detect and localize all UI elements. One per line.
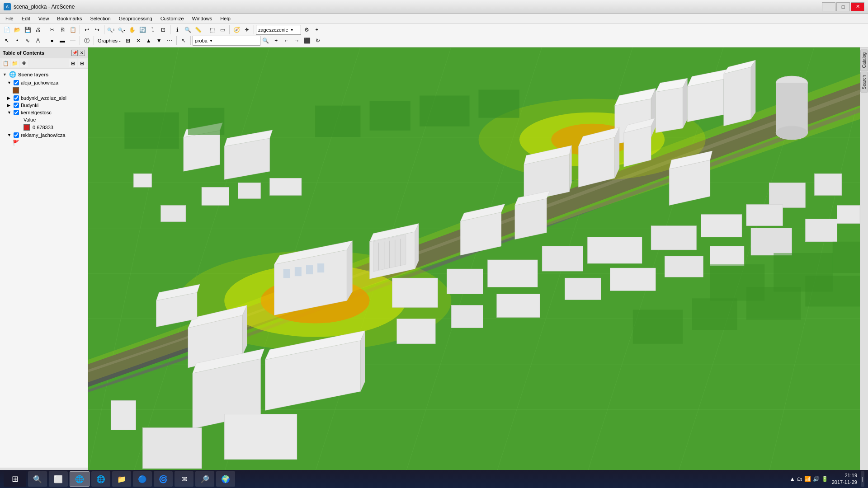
map-area[interactable] xyxy=(88,47,860,471)
tb-cut[interactable]: ✂ xyxy=(47,25,57,35)
tb-undo[interactable]: ↩ xyxy=(82,25,92,35)
layer-budynki-checkbox[interactable] xyxy=(14,103,19,108)
layer-kernelgestosc[interactable]: ▼ kernelgestosc xyxy=(0,109,88,116)
tb-select[interactable]: ⬚ xyxy=(207,25,217,35)
tb-tilt[interactable]: ⤵ xyxy=(148,25,158,35)
layer-budynki-wzdluz-checkbox[interactable] xyxy=(14,95,19,101)
tb-graphics-down[interactable]: ▼ xyxy=(154,36,164,46)
tb-paste[interactable]: 📋 xyxy=(68,25,78,35)
layer-aleja-jachowicza[interactable]: ▼ aleja_jachowicza xyxy=(0,79,88,86)
tb-zoom-in[interactable]: 🔍+ xyxy=(106,25,116,35)
menu-edit[interactable]: Edit xyxy=(18,15,34,22)
tray-arrow-icon[interactable]: ▲ xyxy=(790,476,795,482)
layer-budynki-wzdluz[interactable]: ▶ budynki_wzdluz_alei xyxy=(0,94,88,102)
tb-identify[interactable]: ℹ xyxy=(172,25,182,35)
right-tab-catalog[interactable]: Catalog xyxy=(860,49,868,71)
taskbar-explorer[interactable]: 📁 xyxy=(112,471,131,487)
tb-measure[interactable]: 📏 xyxy=(193,25,203,35)
start-button[interactable]: ⊞ xyxy=(4,471,26,487)
tb-select-by-rect[interactable]: ▭ xyxy=(217,25,227,35)
svg-rect-101 xyxy=(651,226,696,250)
tb-print[interactable]: 🖨 xyxy=(33,25,43,35)
tb-add-data[interactable]: + xyxy=(312,25,322,35)
maximize-button[interactable]: □ xyxy=(836,2,850,11)
menu-file[interactable]: File xyxy=(2,15,17,22)
tb-fly[interactable]: ✈ xyxy=(242,25,252,35)
toc-list-by-source[interactable]: 📁 xyxy=(11,59,19,67)
tb-marker[interactable]: ● xyxy=(47,36,57,46)
layer-reklamy[interactable]: ▼ reklamy_jachowicza xyxy=(0,131,88,139)
toc-collapse-all[interactable]: ⊟ xyxy=(78,59,86,67)
tray-wifi-icon[interactable]: 📶 xyxy=(804,476,811,482)
svg-rect-96 xyxy=(392,278,438,307)
taskbar-search2[interactable]: 🔎 xyxy=(195,471,214,487)
search-dropdown[interactable]: proba ▼ xyxy=(193,36,260,46)
tb-copy[interactable]: ⎘ xyxy=(57,25,67,35)
tb-search-fwd[interactable]: → xyxy=(292,36,302,46)
tb-fill[interactable]: ▬ xyxy=(57,36,67,46)
layer-reklamy-expand-icon: ▼ xyxy=(7,133,12,137)
tb-search-refresh[interactable]: ↻ xyxy=(313,36,323,46)
taskbar-mail[interactable]: ✉ xyxy=(175,471,193,487)
tb-search-back[interactable]: ← xyxy=(282,36,292,46)
taskbar-edge[interactable]: 🌐 xyxy=(91,471,110,487)
show-desktop-button[interactable]: | xyxy=(861,471,864,487)
tb-open[interactable]: 📂 xyxy=(12,25,22,35)
tb-graphics-up[interactable]: ▲ xyxy=(144,36,154,46)
layer-kernelgestosc-checkbox[interactable] xyxy=(14,110,19,115)
layer-aleja-checkbox[interactable] xyxy=(14,80,19,85)
tb-text[interactable]: A xyxy=(33,36,43,46)
tb-graphics-group[interactable]: ⊞ xyxy=(123,36,133,46)
layer-reklamy-checkbox[interactable] xyxy=(14,132,19,138)
tb-search-stop[interactable]: ⬛ xyxy=(302,36,312,46)
scene-dropdown[interactable]: zageszczenie ▼ xyxy=(256,25,301,35)
menu-bookmarks[interactable]: Bookmarks xyxy=(53,15,85,22)
toc-pin-button[interactable]: 📌 xyxy=(71,50,78,56)
toc-close-button[interactable]: ✕ xyxy=(79,50,85,56)
tb-save[interactable]: 💾 xyxy=(23,25,33,35)
right-tab-search[interactable]: Search xyxy=(860,72,868,93)
menu-help[interactable]: Help xyxy=(217,15,234,22)
taskbar-arcscene-app[interactable]: 🌐 xyxy=(70,471,90,487)
tb-pointer[interactable]: ↖ xyxy=(2,36,12,46)
tb-vertex[interactable]: • xyxy=(12,36,22,46)
tb-font[interactable]: Ⓣ xyxy=(82,36,92,46)
tb-select-pointer[interactable]: ↖ xyxy=(179,36,189,46)
tb-line-sym[interactable]: — xyxy=(68,36,78,46)
menu-view[interactable]: View xyxy=(35,15,53,22)
menu-geoprocessing[interactable]: Geoprocessing xyxy=(115,15,156,22)
menu-customize[interactable]: Customize xyxy=(157,15,188,22)
toc-section-scene-layers[interactable]: ▼ 🌐 Scene layers xyxy=(0,70,88,79)
tb-search-go[interactable]: 🔍 xyxy=(261,36,271,46)
tb-rotate[interactable]: 🔄 xyxy=(137,25,147,35)
menu-selection[interactable]: Selection xyxy=(86,15,114,22)
tb-redo[interactable]: ↪ xyxy=(92,25,102,35)
taskbar-chrome[interactable]: 🔵 xyxy=(133,471,152,487)
tb-sep-9 xyxy=(80,36,80,45)
tb-zoom-out[interactable]: 🔍- xyxy=(117,25,127,35)
tb-graphics-delete[interactable]: ✕ xyxy=(133,36,143,46)
taskbar-search-button[interactable]: 🔍 xyxy=(28,471,47,487)
tb-pan[interactable]: ✋ xyxy=(127,25,137,35)
tb-navigate[interactable]: 🧭 xyxy=(231,25,241,35)
tb-scene-settings[interactable]: ⚙ xyxy=(302,25,311,35)
tb-search-add[interactable]: + xyxy=(271,36,281,46)
tb-graphics-more[interactable]: ⋯ xyxy=(165,36,175,46)
taskbar-clock[interactable]: 21:19 2017-11-29 xyxy=(832,472,857,486)
toc-expand-all[interactable]: ⊞ xyxy=(69,59,77,67)
layer-budynki[interactable]: ▶ Budynki xyxy=(0,102,88,109)
tb-find[interactable]: 🔍 xyxy=(183,25,193,35)
taskbar-arcgis[interactable]: 🌍 xyxy=(216,471,235,487)
minimize-button[interactable]: ─ xyxy=(822,2,835,11)
toc-list-by-visibility[interactable]: 👁 xyxy=(20,59,28,67)
toc-list-by-drawing[interactable]: 📋 xyxy=(2,59,10,67)
menu-windows[interactable]: Windows xyxy=(189,15,216,22)
clock-time: 21:19 xyxy=(832,472,857,479)
close-button[interactable]: ✕ xyxy=(851,2,864,11)
tb-full-extent[interactable]: ⊡ xyxy=(158,25,168,35)
tb-line[interactable]: ∿ xyxy=(23,36,33,46)
taskbar-taskview-button[interactable]: ⬜ xyxy=(49,471,68,487)
taskbar-ie[interactable]: 🌀 xyxy=(154,471,173,487)
tray-volume-icon[interactable]: 🔊 xyxy=(813,476,820,482)
tb-new[interactable]: 📄 xyxy=(2,25,12,35)
